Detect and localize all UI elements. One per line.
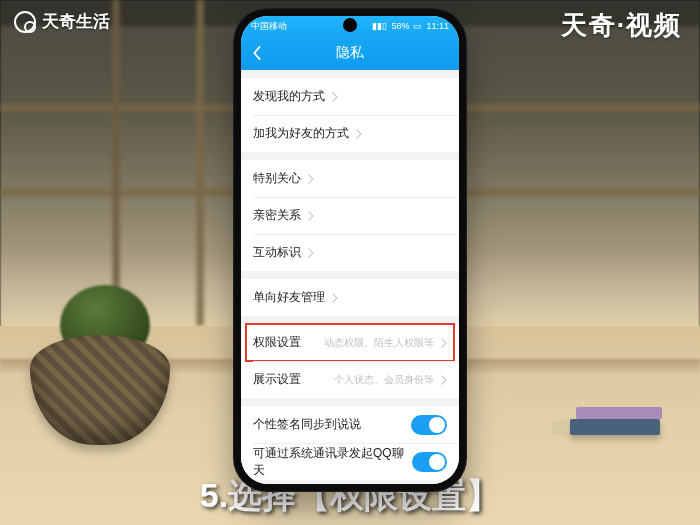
watermark-right: 天奇·视频 <box>561 8 682 43</box>
row-label: 单向好友管理 <box>253 289 325 306</box>
settings-group: 权限设置动态权限、陌生人权限等展示设置个人状态、会员身份等 <box>241 324 459 398</box>
row-label: 个性签名同步到说说 <box>253 416 361 433</box>
settings-group: 单向好友管理 <box>241 279 459 316</box>
watermark-left-text: 天奇生活 <box>42 10 110 33</box>
settings-group: 特别关心亲密关系互动标识 <box>241 160 459 271</box>
battery-icon: ▭ <box>413 21 422 31</box>
settings-row[interactable]: 个性签名同步到说说 <box>241 406 459 443</box>
phone-screen: 中国移动 ▮▮▯ 58% ▭ 11:11 隐私 发现我的方式加我为好友的方式特别… <box>241 16 459 484</box>
settings-row[interactable]: 权限设置动态权限、陌生人权限等 <box>241 324 459 361</box>
phone-frame: 中国移动 ▮▮▯ 58% ▭ 11:11 隐私 发现我的方式加我为好友的方式特别… <box>233 8 467 492</box>
background-book-3 <box>552 421 568 435</box>
chevron-right-icon <box>331 92 338 102</box>
battery-text: 58% <box>391 21 409 31</box>
status-right: ▮▮▯ 58% ▭ 11:11 <box>372 21 449 31</box>
settings-row[interactable]: 发现我的方式 <box>241 78 459 115</box>
chevron-right-icon <box>307 248 314 258</box>
row-label: 互动标识 <box>253 244 301 261</box>
settings-row[interactable]: 互动标识 <box>241 234 459 271</box>
settings-row[interactable]: 亲密关系 <box>241 197 459 234</box>
settings-row[interactable]: 单向好友管理 <box>241 279 459 316</box>
page-title: 隐私 <box>336 44 364 62</box>
chevron-right-icon <box>440 338 447 348</box>
row-label: 展示设置 <box>253 371 301 388</box>
row-label: 可通过系统通讯录发起QQ聊天 <box>253 445 412 479</box>
row-label: 权限设置 <box>253 334 301 351</box>
settings-row[interactable]: 加我为好友的方式 <box>241 115 459 152</box>
chevron-right-icon <box>307 174 314 184</box>
title-bar: 隐私 <box>241 36 459 70</box>
toggle-switch[interactable] <box>412 452 447 472</box>
row-subtext: 动态权限、陌生人权限等 <box>324 336 434 350</box>
background-book-1 <box>570 419 660 435</box>
row-label: 加我为好友的方式 <box>253 125 349 142</box>
row-label: 发现我的方式 <box>253 88 325 105</box>
row-subtext: 个人状态、会员身份等 <box>334 373 434 387</box>
chevron-right-icon <box>355 129 362 139</box>
chevron-right-icon <box>440 375 447 385</box>
chevron-right-icon <box>307 211 314 221</box>
camera-notch <box>343 18 357 32</box>
settings-row[interactable]: 可通过系统通讯录发起QQ聊天 <box>241 443 459 480</box>
signal-icon: ▮▮▯ <box>372 21 387 31</box>
row-label: 亲密关系 <box>253 207 301 224</box>
status-carrier: 中国移动 <box>251 20 287 33</box>
watermark-logo-icon <box>14 11 36 33</box>
back-button[interactable] <box>249 45 265 61</box>
settings-group: 发现我的方式加我为好友的方式 <box>241 78 459 152</box>
settings-row[interactable]: 特别关心 <box>241 160 459 197</box>
toggle-switch[interactable] <box>411 415 447 435</box>
chevron-right-icon <box>331 293 338 303</box>
settings-row[interactable]: 展示设置个人状态、会员身份等 <box>241 361 459 398</box>
settings-content[interactable]: 发现我的方式加我为好友的方式特别关心亲密关系互动标识单向好友管理权限设置动态权限… <box>241 70 459 484</box>
row-label: 特别关心 <box>253 170 301 187</box>
status-time: 11:11 <box>426 21 449 31</box>
background-book-2 <box>576 407 662 419</box>
watermark-left: 天奇生活 <box>14 10 110 33</box>
chevron-left-icon <box>252 46 262 60</box>
settings-group: 个性签名同步到说说可通过系统通讯录发起QQ聊天 <box>241 406 459 480</box>
